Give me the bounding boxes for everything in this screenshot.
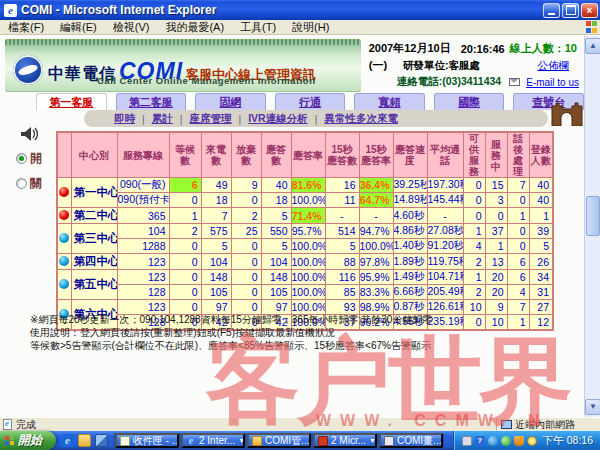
email-link[interactable]: E-mail to us [526, 77, 579, 88]
task-label: COMI管... [265, 434, 309, 448]
done-page-icon [3, 419, 12, 430]
header-info: 2007年12月10日 20:16:46 線上人數：10 (一) 研發單位:客服… [361, 39, 583, 92]
table-cell: 148 [201, 270, 231, 285]
tab-寬頻[interactable]: 寬頻 [354, 93, 425, 110]
subnav-link-IVR連線分析[interactable]: IVR連線分析 [248, 112, 308, 126]
table-cell: 105 [261, 285, 291, 300]
tab-第一客服[interactable]: 第一客服 [36, 93, 107, 110]
sound-on-radio[interactable] [16, 153, 27, 164]
table-cell: 40 [529, 178, 553, 193]
table-cell: 71.4% [291, 208, 325, 224]
system-tray: ? 下午 08:16 [453, 431, 600, 450]
subnav-link-累計[interactable]: 累計 [152, 112, 173, 126]
subnav-link-即時[interactable]: 即時 [114, 112, 135, 126]
red-status-dot-icon [59, 210, 69, 220]
gate-exit-icon[interactable] [551, 102, 583, 126]
task-button-2 Micr...[interactable]: 2 Micr...▼ [313, 433, 377, 448]
task-label: 2 Inter... [199, 435, 235, 446]
stats-table: 中心別服務專線等候數來電數放棄數應答數應答率15秒應答數15秒應答率應答速度平均… [56, 131, 554, 331]
table-head: 中心別服務專線等候數來電數放棄數應答數應答率15秒應答數15秒應答率應答速度平均… [57, 132, 553, 178]
task-button-COMI畫...[interactable]: COMI畫... [379, 433, 443, 448]
menu-item[interactable]: 工具(T) [232, 20, 284, 35]
table-cell: 64.7% [359, 193, 393, 208]
quick-launch: e [56, 434, 113, 447]
table-cell: 1.89秒 [393, 254, 427, 270]
email-icon [509, 78, 520, 86]
tab-第二客服[interactable]: 第二客服 [116, 93, 187, 110]
task-label: COMI畫... [397, 434, 441, 448]
center-name: 第一中心 [71, 178, 117, 208]
minimize-button[interactable] [543, 3, 560, 18]
tray-display-icon[interactable] [462, 436, 472, 446]
tab-國際[interactable]: 國際 [434, 93, 505, 110]
table-cell: 0 [463, 178, 485, 193]
table-cell: 1 [485, 239, 507, 254]
tab-行通[interactable]: 行通 [275, 93, 346, 110]
table-cell: 6 [169, 178, 201, 193]
table-cell: 13 [485, 254, 507, 270]
table-cell: 85 [325, 285, 359, 300]
folder-quicklaunch-icon[interactable] [78, 434, 91, 447]
restore-button[interactable] [562, 3, 579, 18]
current-date: 2007年12月10日 [369, 41, 451, 56]
table-row: 第四中心12301040104100.0%8897.8%1.89秒119.75秒… [57, 254, 553, 270]
table-cell: 575 [201, 224, 231, 239]
table-cell: 145.44秒 [427, 193, 463, 208]
table-cell: 4 [463, 239, 485, 254]
task-button-收件匣 - ...[interactable]: 收件匣 - ... [115, 433, 179, 448]
show-desktop-icon[interactable] [95, 434, 108, 447]
menu-item[interactable]: 我的最愛(A) [157, 20, 232, 35]
menu-item[interactable]: 檔案(F) [0, 20, 52, 35]
scrollbar-thumb[interactable] [586, 196, 600, 236]
table-cell: 2 [463, 285, 485, 300]
ie-task-icon: e [186, 436, 196, 446]
subnav-link-座席管理[interactable]: 座席管理 [189, 112, 231, 126]
table-cell: 27.08秒 [427, 224, 463, 239]
scroll-up-arrow[interactable]: ▲ [585, 38, 600, 54]
table-cell: 1 [529, 208, 553, 224]
status-dot-cell [57, 270, 71, 300]
table-cell: 18 [201, 193, 231, 208]
table-cell: 4.86秒 [393, 224, 427, 239]
tray-update-icon[interactable] [514, 436, 524, 446]
table-cell: 1 [507, 208, 529, 224]
table-cell: 205.49秒 [427, 285, 463, 300]
close-button[interactable]: × [581, 3, 598, 18]
scroll-down-arrow[interactable]: ▼ [585, 399, 600, 415]
tray-antivirus-icon[interactable] [501, 436, 511, 446]
taskbar: 開始 e 收件匣 - ...e2 Inter...▼COMI管...2 Micr… [0, 431, 600, 450]
task-button-COMI管...[interactable]: COMI管... [247, 433, 311, 448]
menu-item[interactable]: 編輯(E) [52, 20, 105, 35]
table-cell: 1.40秒 [393, 239, 427, 254]
menu-item[interactable]: 說明(H) [284, 20, 337, 35]
table-cell: 0 [507, 224, 529, 239]
tray-scheduler-icon[interactable] [527, 436, 537, 446]
vertical-scrollbar[interactable]: ▲ ▼ [584, 36, 600, 417]
sound-off-radio[interactable] [16, 178, 27, 189]
center-name: 第四中心 [71, 254, 117, 270]
tray-messenger-icon[interactable] [488, 436, 498, 446]
column-header-中心別: 中心別 [71, 132, 117, 178]
ie-quicklaunch-icon[interactable]: e [61, 434, 74, 447]
table-cell: 100.0% [291, 254, 325, 270]
task-button-2 Inter...[interactable]: e2 Inter...▼ [181, 433, 245, 448]
folder-task-icon [252, 436, 262, 446]
menu-item[interactable]: 檢視(V) [105, 20, 158, 35]
start-button[interactable]: 開始 [0, 431, 56, 450]
table-cell: 6 [507, 254, 529, 270]
table-cell: 105 [201, 285, 231, 300]
brand-banner: 中華電信 COMI 客服中心線上管理資訊 Call Center Online … [5, 39, 361, 92]
table-cell: 6.66秒 [393, 285, 427, 300]
table-cell: 365 [117, 208, 169, 224]
menu-bar: 檔案(F)編輯(E)檢視(V)我的最愛(A)工具(T)說明(H) [0, 20, 600, 35]
bulletin-board-link[interactable]: 公佈欄 [538, 59, 570, 73]
table-cell: 11 [325, 193, 359, 208]
column-header-15秒應答率: 15秒應答率 [359, 132, 393, 178]
tray-help-icon[interactable]: ? [475, 436, 485, 446]
contact-phone: 連絡電話:(03)3411434 [397, 75, 501, 89]
subnav-link-異常性多次來電[interactable]: 異常性多次來電 [324, 112, 398, 126]
table-cell: 0 [169, 254, 201, 270]
table-cell: 090(預付卡) [117, 193, 169, 208]
tab-固網[interactable]: 固網 [195, 93, 266, 110]
blue-status-dot-icon [59, 256, 69, 266]
